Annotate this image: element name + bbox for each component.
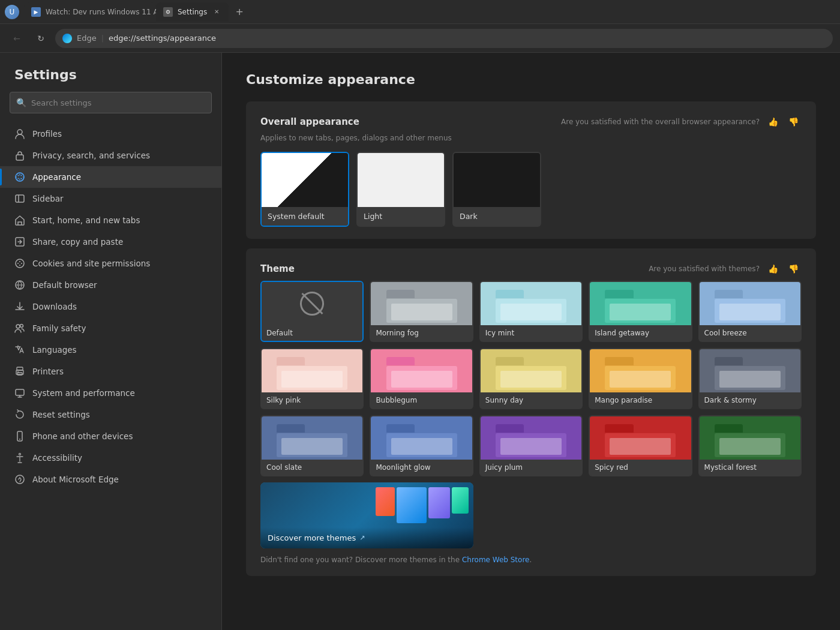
sidebar-item-appearance[interactable]: Appearance xyxy=(0,166,221,188)
theme-cool-breeze[interactable]: Cool breeze xyxy=(698,281,802,342)
light-preview xyxy=(358,153,444,207)
privacy-icon xyxy=(14,150,25,161)
share-icon xyxy=(14,236,25,247)
dark-preview xyxy=(454,153,540,207)
refresh-button[interactable]: ↻ xyxy=(31,29,50,48)
sidebar-item-languages[interactable]: Languages xyxy=(0,339,221,361)
overall-appearance-header: Overall appearance Are you satisfied wit… xyxy=(260,113,802,130)
theme-default[interactable]: Default xyxy=(260,281,364,342)
external-link-icon: ↗ xyxy=(359,534,365,542)
theme-juicy-plum[interactable]: Juicy plum xyxy=(479,415,583,476)
sidebar-item-accessibility[interactable]: Accessibility xyxy=(0,447,221,469)
phone-icon xyxy=(14,431,25,442)
theme-cool-breeze-preview xyxy=(700,282,800,325)
svg-point-0 xyxy=(17,130,22,134)
sidebar-item-downloads[interactable]: Downloads xyxy=(0,296,221,317)
appearance-options: System default Light Dark xyxy=(260,152,802,227)
sidebar-item-phone-label: Phone and other devices xyxy=(32,431,133,441)
theme-mango-paradise[interactable]: Mango paradise xyxy=(589,348,692,409)
sidebar-item-privacy-label: Privacy, search, and services xyxy=(32,151,150,160)
theme-silky-pink[interactable]: Silky pink xyxy=(260,348,364,409)
system-default-preview xyxy=(262,153,348,207)
content-area: Customize appearance Overall appearance … xyxy=(222,53,840,630)
theme-dark-stormy-preview xyxy=(700,349,800,392)
sidebar-item-profiles-label: Profiles xyxy=(32,129,62,139)
svg-rect-13 xyxy=(16,389,24,395)
sidebar-item-privacy[interactable]: Privacy, search, and services xyxy=(0,145,221,166)
chrome-web-store-link[interactable]: Chrome Web Store xyxy=(462,556,530,564)
appearance-light[interactable]: Light xyxy=(356,152,445,227)
family-safety-icon xyxy=(14,323,25,334)
sidebar-title: Settings xyxy=(0,67,221,92)
theme-spicy-red-label: Spicy red xyxy=(590,460,691,475)
theme-mystical-forest-preview xyxy=(700,416,800,460)
discover-label: Discover more themes ↗ xyxy=(260,527,473,548)
spicy-red-folder xyxy=(605,424,676,457)
tab-settings[interactable]: ⚙ Settings ✕ xyxy=(156,2,229,22)
theme-mystical-forest[interactable]: Mystical forest xyxy=(698,415,802,476)
overall-thumbs-down[interactable]: 👎 xyxy=(785,113,802,130)
sidebar-item-default-browser[interactable]: Default browser xyxy=(0,274,221,296)
sidebar-item-printers[interactable]: Printers xyxy=(0,361,221,382)
sidebar-item-share[interactable]: Share, copy and paste xyxy=(0,231,221,253)
sidebar-item-reset[interactable]: Reset settings xyxy=(0,404,221,425)
silky-pink-folder xyxy=(277,357,347,390)
discover-more-themes[interactable]: Discover more themes ↗ xyxy=(260,482,473,548)
address-bar-url: edge://settings/appearance xyxy=(109,34,216,43)
theme-dark-stormy[interactable]: Dark & stormy xyxy=(698,348,802,409)
discover-label-text: Discover more themes xyxy=(268,533,356,542)
back-button[interactable]: ← xyxy=(7,29,26,48)
theme-cool-slate-preview xyxy=(262,416,362,460)
titlebar: U ▶ Watch: Dev runs Windows 11 AR... ✕ ⚙… xyxy=(0,0,840,24)
no-symbol-icon xyxy=(300,292,324,316)
sidebar-item-about[interactable]: About Microsoft Edge xyxy=(0,469,221,490)
theme-spicy-red[interactable]: Spicy red xyxy=(589,415,692,476)
sidebar-item-profiles[interactable]: Profiles xyxy=(0,123,221,145)
theme-cool-slate[interactable]: Cool slate xyxy=(260,415,364,476)
theme-icy-mint[interactable]: Icy mint xyxy=(479,281,583,342)
overall-feedback-question: Are you satisfied with the overall brows… xyxy=(561,118,760,126)
sidebar-item-cookies[interactable]: Cookies and site permissions xyxy=(0,253,221,274)
appearance-dark[interactable]: Dark xyxy=(452,152,541,227)
theme-morning-fog-preview xyxy=(371,282,472,325)
theme-dark-stormy-label: Dark & stormy xyxy=(700,392,800,408)
settings-search[interactable]: 🔍 Search settings xyxy=(10,92,212,113)
sidebar-item-system[interactable]: System and performance xyxy=(0,382,221,404)
tab-settings-close[interactable]: ✕ xyxy=(212,7,221,17)
cool-slate-folder xyxy=(277,424,347,457)
sidebar-item-downloads-label: Downloads xyxy=(32,302,77,311)
theme-mango-paradise-label: Mango paradise xyxy=(590,392,691,408)
sidebar-item-start-home[interactable]: Start, home, and new tabs xyxy=(0,209,221,231)
theme-silky-pink-label: Silky pink xyxy=(262,392,362,408)
accessibility-icon xyxy=(14,452,25,463)
svg-point-15 xyxy=(19,439,20,440)
theme-moonlight-glow[interactable]: Moonlight glow xyxy=(370,415,473,476)
discover-img-2 xyxy=(397,487,427,523)
light-label: Light xyxy=(358,207,444,226)
sidebar-item-sidebar-label: Sidebar xyxy=(32,194,64,203)
dark-stormy-folder xyxy=(715,357,785,390)
sidebar-item-sidebar[interactable]: Sidebar xyxy=(0,188,221,209)
theme-thumbs-up[interactable]: 👍 xyxy=(764,260,781,277)
theme-morning-fog-label: Morning fog xyxy=(371,325,472,341)
theme-morning-fog[interactable]: Morning fog xyxy=(370,281,473,342)
sidebar-item-family-safety[interactable]: Family safety xyxy=(0,317,221,339)
appearance-system-default[interactable]: System default xyxy=(260,152,349,227)
sidebar-item-phone[interactable]: Phone and other devices xyxy=(0,425,221,447)
tab-watch[interactable]: ▶ Watch: Dev runs Windows 11 AR... ✕ xyxy=(24,2,156,22)
profiles-icon xyxy=(14,128,25,139)
theme-island-getaway[interactable]: Island getaway xyxy=(589,281,692,342)
bubblegum-folder xyxy=(386,357,457,390)
theme-bubblegum[interactable]: Bubblegum xyxy=(370,348,473,409)
overall-thumbs-up[interactable]: 👍 xyxy=(764,113,781,130)
overall-appearance-subtitle: Applies to new tabs, pages, dialogs and … xyxy=(260,134,802,142)
system-icon xyxy=(14,388,25,398)
edge-logo-icon xyxy=(62,34,72,43)
appearance-icon xyxy=(14,172,25,182)
theme-sunny-day[interactable]: Sunny day xyxy=(479,348,583,409)
theme-silky-pink-preview xyxy=(262,349,362,392)
address-bar[interactable]: Edge | edge://settings/appearance xyxy=(55,29,833,48)
theme-thumbs-down[interactable]: 👎 xyxy=(785,260,802,277)
theme-icy-mint-label: Icy mint xyxy=(481,325,581,341)
new-tab-button[interactable]: + xyxy=(231,4,248,20)
